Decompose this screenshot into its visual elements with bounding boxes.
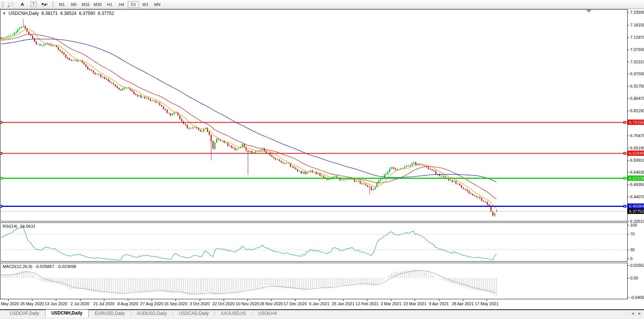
timeframe-button-h1[interactable]: H1: [104, 1, 115, 8]
cursor-tool-icon: ◤◢: [42, 3, 45, 6]
text-label-button[interactable]: T: [29, 1, 38, 8]
macd-signal-value: -0.023098: [57, 264, 76, 269]
macd-main-value: -0.025857: [35, 264, 54, 269]
price-tick-label: 6.97030: [630, 71, 644, 76]
tab-usdchf-daily[interactable]: USDCHF,Daily: [4, 310, 45, 317]
price-line-label: 6.52108: [628, 176, 644, 181]
price-tick-label: 7.12870: [630, 35, 644, 40]
status-bar: [0, 317, 644, 319]
toolbar-grip[interactable]: [52, 1, 54, 7]
rsi-pane-label: RSI(14) 34.0631: [3, 224, 35, 228]
timeframe-button-m1[interactable]: M1: [56, 1, 67, 8]
date-label: 17 May 2021: [475, 301, 499, 306]
date-label: 28 Nov 2020: [260, 301, 283, 306]
price-tick-label: 6.81190: [630, 108, 644, 113]
date-label: 15 Sep 2020: [164, 301, 187, 306]
date-label: 27 Aug 2020: [140, 301, 163, 306]
time-axis[interactable]: 7 May 202026 May 202013 Jun 20202 Jul 20…: [0, 299, 627, 309]
dropdown-caret-icon: ▾: [46, 3, 48, 6]
macd-name: MACD(12,26,9): [3, 264, 32, 269]
chart-header: ▼ USDCNH,Daily 6.38171 6.38524 6.37590 6…: [3, 11, 114, 16]
tab-strip: USDCHF,DailyUSDCNH,DailyEURUSD,DailyAUDU…: [0, 309, 644, 317]
text-annotation-button[interactable]: A: [18, 1, 27, 8]
price-tick-label: 6.59910: [630, 158, 644, 163]
ohlc-open: 6.38171: [41, 11, 57, 16]
date-label: 3 Oct 2020: [190, 301, 210, 306]
date-label: 12 Feb 2021: [356, 301, 379, 306]
tab-audusd-daily[interactable]: AUDUSD,Daily: [131, 310, 173, 317]
macd-level-label: 0.00: [630, 275, 638, 281]
grid-icon: F: [8, 2, 14, 7]
price-tick-label: 7.02310: [630, 59, 644, 64]
timeframe-button-m30[interactable]: M30: [92, 1, 103, 8]
date-label: 28 Apr 2021: [452, 301, 474, 306]
toolbar: F A T ◤◢ ▾ M1M5M15M30H1H4D1W1MN: [0, 0, 644, 9]
price-tick-label: 6.44070: [630, 194, 644, 199]
tab-scroll-arrows: ◀ ▶: [631, 312, 641, 315]
tab-usdcad-daily[interactable]: USDCAD,Daily: [173, 310, 215, 317]
tab-eurusd-daily[interactable]: EURUSD,Daily: [89, 310, 131, 317]
date-label: 8 Aug 2020: [117, 301, 138, 306]
date-label: 10 Nov 2020: [236, 301, 259, 306]
rsi-level-label: 70: [630, 231, 635, 237]
tab-xauusd-h1[interactable]: XAUUSD,H1: [215, 310, 252, 317]
chart-canvas[interactable]: [0, 0, 644, 319]
tab-scroll-left-icon[interactable]: ◀: [631, 312, 634, 315]
timeframe-button-d1[interactable]: D1: [128, 1, 139, 8]
macd-pane-label: MACD(12,26,9) -0.025857 -0.023098: [3, 264, 76, 269]
price-line-label: 6.76156: [628, 120, 644, 125]
date-label: 25 Jan 2021: [332, 301, 355, 306]
price-line-label: 6.37752: [628, 209, 644, 214]
price-tick-label: 7.07590: [630, 47, 644, 52]
price-tick-label: 6.54630: [630, 170, 644, 175]
text-label-icon: T: [31, 1, 37, 7]
application-window: F A T ◤◢ ▾ M1M5M15M30H1H4D1W1MN ▼ USDCNH…: [0, 0, 644, 319]
chart-symbol-label: USDCNH,Daily: [9, 11, 39, 16]
grid-f-label: F: [8, 5, 10, 8]
price-tick-label: 7.18150: [630, 22, 644, 28]
snap-grid-button[interactable]: F: [6, 1, 16, 8]
macd-level-label: 0.025623: [630, 263, 644, 268]
date-label: 17 Dec 2020: [284, 301, 307, 306]
price-tick-label: 6.65190: [630, 145, 644, 151]
tab-usdcnh-daily[interactable]: USDCNH,Daily: [45, 310, 89, 318]
date-label: 2 Jul 2020: [70, 301, 89, 306]
toolbar-grip[interactable]: [2, 1, 4, 7]
rsi-level-label: 100: [630, 222, 637, 228]
price-line-label: 6.40084: [628, 203, 644, 209]
rsi-value: 34.0631: [20, 224, 36, 228]
timeframe-button-h4[interactable]: H4: [116, 1, 127, 8]
tab-scroll-right-icon[interactable]: ▶: [638, 312, 641, 315]
timeframe-button-mn[interactable]: MN: [152, 1, 163, 8]
chart-menu-icon[interactable]: ▼: [3, 12, 6, 15]
price-tick-label: 7.23590: [630, 10, 644, 15]
macd-level-label: -0.040687: [630, 295, 644, 300]
date-label: 6 Jan 2021: [309, 301, 329, 306]
price-tick-label: 6.49350: [630, 182, 644, 187]
price-tick-label: 6.70470: [630, 133, 644, 138]
rsi-name: RSI(14): [3, 224, 18, 228]
price-tick-label: 6.91750: [630, 83, 644, 89]
price-tick-label: 6.86470: [630, 96, 644, 101]
ohlc-close: 6.37752: [98, 11, 114, 16]
date-label: 22 Oct 2020: [212, 301, 235, 306]
price-line-label: 6.62849: [628, 151, 644, 156]
ohlc-low: 6.37590: [79, 11, 95, 16]
date-label: 21 Jul 2020: [93, 301, 114, 306]
right-axis[interactable]: 7.235907.181507.128707.075907.023106.970…: [628, 9, 644, 310]
timeframe-bar: M1M5M15M30H1H4D1W1MN: [56, 0, 163, 9]
timeframe-button-w1[interactable]: W1: [140, 1, 151, 8]
rsi-level-label: 30: [630, 247, 635, 252]
date-label: 3 Mar 2021: [381, 301, 401, 306]
date-label: 13 Jun 2020: [45, 301, 67, 306]
rsi-level-label: 0: [630, 256, 632, 261]
cursor-tool-button[interactable]: ◤◢ ▾: [40, 1, 50, 8]
text-a-icon: A: [20, 1, 24, 7]
timeframe-button-m5[interactable]: M5: [68, 1, 79, 8]
timeframe-button-m15[interactable]: M15: [80, 1, 91, 8]
date-label: 7 May 2020: [0, 301, 19, 306]
ohlc-high: 6.38524: [60, 11, 76, 16]
tab-usoil-h4[interactable]: USOil,H4: [252, 310, 283, 317]
date-label: 26 May 2020: [20, 301, 44, 306]
date-label: 22 Mar 2021: [404, 301, 427, 306]
